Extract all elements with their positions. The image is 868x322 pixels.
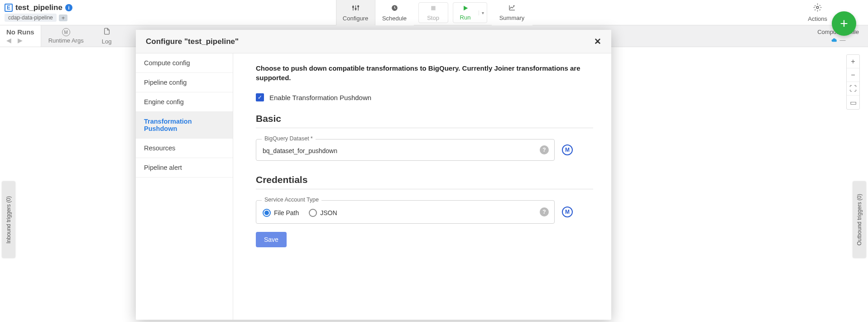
minus-icon: − [851, 71, 855, 79]
fullscreen-icon: ⛶ [849, 85, 857, 93]
modal-content: Choose to push down compatible transform… [233, 53, 611, 320]
section-credentials-heading: Credentials [256, 174, 593, 189]
inbound-triggers-handle[interactable]: Inbound triggers (0) [2, 181, 15, 258]
stop-icon [430, 5, 436, 14]
svg-point-4 [355, 8, 356, 10]
clock-icon [391, 4, 398, 14]
add-tag-button[interactable]: + [59, 14, 68, 21]
runtime-args-tab[interactable]: M Runtime Args [41, 25, 91, 47]
prev-run-icon[interactable]: ◀ [6, 37, 11, 44]
bq-dataset-input[interactable] [263, 147, 534, 154]
run-main: Run [453, 5, 478, 21]
radio-json-circle [309, 209, 317, 217]
enable-pushdown-checkbox[interactable]: ✓ [256, 93, 264, 101]
play-icon [462, 5, 469, 14]
service-account-border: Service Account Type File Path JSON [256, 200, 555, 224]
gear-icon [813, 3, 822, 14]
summary-label: Summary [499, 14, 525, 21]
macro-badge-icon[interactable]: M [562, 144, 573, 155]
modal-title: Configure "test_pipeline" [146, 37, 239, 46]
service-account-label: Service Account Type [262, 197, 321, 203]
outbound-triggers-handle[interactable]: Outbound triggers (0) [853, 181, 866, 258]
bq-dataset-field-box: BigQuery Dataset* ? [256, 139, 555, 161]
fit-screen-button[interactable]: ⛶ [847, 82, 859, 96]
nav-resources[interactable]: Resources [136, 139, 233, 158]
radio-filepath-option[interactable]: File Path [263, 209, 299, 217]
section-basic-heading: Basic [256, 113, 593, 128]
check-icon: ✓ [258, 94, 262, 101]
tag-row: cdap-data-pipeline + [5, 14, 72, 22]
zoom-controls: + − ⛶ ▭ [846, 54, 860, 110]
enable-pushdown-label: Enable Transformation Pushdown [269, 94, 371, 101]
configure-label: Configure [343, 15, 368, 22]
next-run-icon[interactable]: ▶ [18, 37, 23, 44]
stop-label: Stop [427, 14, 439, 21]
compute-profile-value: — [831, 37, 846, 43]
actions-label: Actions [808, 15, 827, 22]
nav-pipeline-alert[interactable]: Pipeline alert [136, 158, 233, 178]
logs-tab[interactable]: Log [91, 25, 123, 47]
plus-icon: + [851, 58, 855, 66]
service-account-field-wrap: Service Account Type File Path JSON [256, 200, 593, 224]
bq-dataset-field-wrap: BigQuery Dataset* ? M [256, 139, 593, 161]
svg-rect-7 [431, 6, 435, 10]
nav-pipeline-config[interactable]: Pipeline config [136, 73, 233, 92]
save-button[interactable]: Save [256, 232, 287, 247]
run-dropdown-caret[interactable]: ▾ [479, 10, 487, 15]
comments-button[interactable]: ▭ [847, 96, 859, 109]
radio-json-option[interactable]: JSON [309, 209, 337, 217]
modal-header: Configure "test_pipeline" ✕ [136, 30, 611, 53]
service-account-help-icon[interactable]: ? [540, 207, 549, 216]
sliders-icon [352, 4, 360, 14]
bq-dataset-label-text: BigQuery Dataset [264, 135, 309, 142]
pushdown-description: Choose to push down compatible transform… [256, 63, 593, 82]
actions-button[interactable]: Actions [808, 3, 827, 22]
required-asterisk: * [311, 135, 313, 142]
svg-point-5 [357, 5, 359, 7]
info-icon[interactable]: i [65, 4, 72, 11]
nav-transformation-pushdown[interactable]: Transformation Pushdown [136, 112, 233, 139]
outbound-triggers-label: Outbound triggers (0) [856, 194, 863, 245]
svg-point-8 [816, 6, 819, 9]
enable-pushdown-row: ✓ Enable Transformation Pushdown [256, 93, 593, 101]
no-runs-label: No Runs [6, 28, 34, 36]
runtime-args-label: Runtime Args [48, 37, 84, 44]
bq-dataset-border: BigQuery Dataset* ? [256, 139, 555, 161]
logs-label: Log [102, 38, 112, 45]
bq-dataset-label: BigQuery Dataset* [262, 135, 316, 142]
pipeline-title-row: E test_pipeline i [5, 3, 72, 12]
inbound-triggers-label: Inbound triggers (0) [5, 196, 12, 244]
modal-close-button[interactable]: ✕ [594, 36, 601, 47]
summary-button[interactable]: Summary [492, 0, 532, 25]
topbar-left: E test_pipeline i cdap-data-pipeline + [0, 0, 77, 25]
radio-json-label: JSON [320, 209, 337, 216]
configure-button[interactable]: Configure [336, 0, 375, 25]
chart-line-icon [508, 4, 516, 14]
cloud-icon [831, 37, 838, 43]
service-account-radio-row: File Path JSON [263, 209, 548, 217]
schedule-label: Schedule [382, 15, 407, 22]
fab-add-button[interactable]: + [832, 11, 856, 36]
macro-badge-icon[interactable]: M [562, 207, 573, 217]
pipeline-type-tag[interactable]: cdap-data-pipeline [5, 14, 57, 22]
radio-filepath-label: File Path [274, 209, 299, 216]
runtime-args-icon: M [62, 28, 70, 36]
nav-engine-config[interactable]: Engine config [136, 92, 233, 112]
speech-icon: ▭ [850, 98, 857, 107]
app-logo-icon: E [5, 4, 13, 12]
zoom-out-button[interactable]: − [847, 68, 859, 82]
run-button[interactable]: Run ▾ [453, 2, 487, 23]
stop-button[interactable]: Stop [418, 2, 448, 23]
zoom-in-button[interactable]: + [847, 55, 859, 68]
runs-panel: No Runs ◀ ▶ [0, 25, 41, 47]
close-icon: ✕ [594, 37, 601, 46]
modal-body: Compute config Pipeline config Engine co… [136, 53, 611, 320]
configure-modal: Configure "test_pipeline" ✕ Compute conf… [136, 30, 611, 320]
svg-point-3 [352, 6, 354, 7]
bq-dataset-help-icon[interactable]: ? [540, 145, 549, 154]
modal-side-nav: Compute config Pipeline config Engine co… [136, 53, 233, 320]
plus-icon: + [840, 16, 848, 31]
nav-compute-config[interactable]: Compute config [136, 53, 233, 73]
topbar-center: Configure Schedule Stop Run ▾ [336, 0, 532, 25]
schedule-button[interactable]: Schedule [375, 0, 414, 25]
